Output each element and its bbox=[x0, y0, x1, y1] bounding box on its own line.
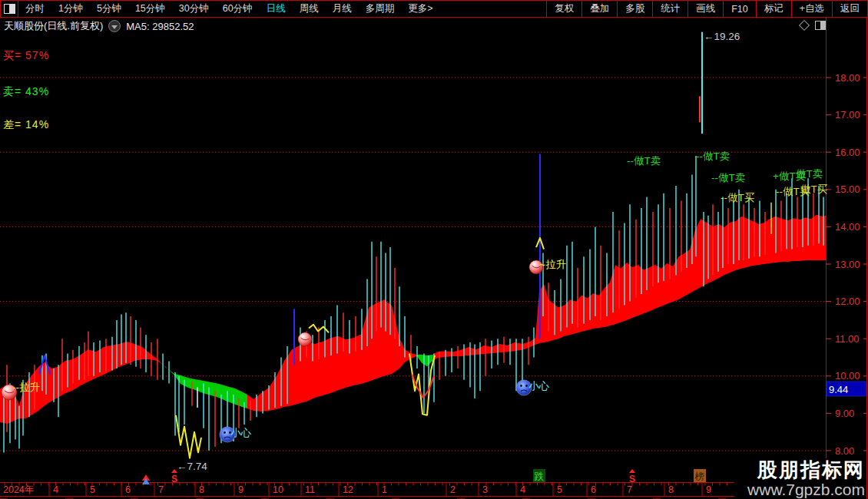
toolbar-button[interactable]: 标记 bbox=[756, 1, 791, 17]
chart-annotation: --做T卖 bbox=[711, 172, 745, 183]
sad-face-eye bbox=[224, 431, 226, 434]
chart-annotation: 做T卖 bbox=[796, 168, 823, 180]
price-label: 9.00 bbox=[835, 408, 854, 419]
period-tab[interactable]: 周线 bbox=[293, 2, 326, 15]
toolbar-button[interactable]: 统计 bbox=[652, 1, 687, 17]
month-label: 8 bbox=[668, 484, 674, 495]
watermark-site-name: 股朋指标网 bbox=[747, 460, 865, 480]
toolbar-right-buttons: 复权叠加多股统计画线F10标记+自选返回 bbox=[546, 1, 867, 17]
price-label: 8.00 bbox=[835, 445, 854, 457]
toolbar-button[interactable]: 多股 bbox=[617, 1, 652, 17]
month-label: 1 bbox=[382, 484, 387, 495]
period-tab[interactable]: 60分钟 bbox=[216, 2, 260, 15]
month-label: 4 bbox=[520, 484, 525, 495]
timeline-s-mark: S bbox=[629, 474, 635, 484]
price-label: 17.00 bbox=[835, 109, 860, 121]
chart-canvas[interactable]: 8.009.0010.0011.0012.0013.0014.0015.0016… bbox=[0, 17, 868, 499]
toolbar-button[interactable]: 叠加 bbox=[581, 1, 617, 17]
indicator-band bbox=[417, 355, 432, 366]
sad-face-eye bbox=[525, 385, 528, 387]
toolbar-button[interactable]: 返回 bbox=[832, 1, 867, 17]
timeline-badge-label: 跌 bbox=[535, 471, 545, 482]
price-label: 13.00 bbox=[835, 259, 860, 270]
period-tab[interactable]: 月线 bbox=[326, 2, 359, 15]
scribble-line bbox=[176, 415, 201, 458]
signal-percentage-label: 买= 57% bbox=[3, 49, 49, 63]
price-label: 10.00 bbox=[835, 370, 860, 382]
price-label: 15.00 bbox=[835, 183, 860, 195]
period-tab[interactable]: 30分钟 bbox=[172, 2, 216, 15]
period-tab[interactable]: 多周期 bbox=[359, 2, 402, 15]
month-label: 5 bbox=[557, 484, 562, 495]
indicator-band bbox=[165, 366, 247, 408]
toolbar: 分时1分钟5分钟15分钟30分钟60分钟日线周线月线多周期更多> 复权叠加多股统… bbox=[0, 0, 868, 18]
stock-title: 天顺股份(日线.前复权) bbox=[4, 19, 103, 33]
period-tab[interactable]: 分时 bbox=[18, 2, 51, 15]
indicator-band bbox=[247, 299, 417, 411]
month-label: 9 bbox=[706, 484, 711, 495]
month-label: 2 bbox=[450, 484, 456, 495]
toolbar-button[interactable]: F10 bbox=[723, 1, 756, 17]
timeline-s-mark: S bbox=[171, 474, 177, 484]
period-tab[interactable]: 更多> bbox=[401, 2, 439, 15]
signal-percentage-label: 卖= 43% bbox=[3, 85, 49, 99]
indicator-collapse-button[interactable] bbox=[108, 20, 121, 32]
month-label: 6 bbox=[591, 484, 596, 495]
pull-up-ball-icon bbox=[298, 332, 312, 346]
watermark-url: www.7gpzb.com bbox=[747, 481, 865, 497]
period-tab[interactable]: 5分钟 bbox=[90, 2, 128, 15]
diamond-icon[interactable] bbox=[799, 20, 810, 31]
chart-annotation: ←19.26 bbox=[704, 31, 740, 42]
pane-icon[interactable] bbox=[815, 21, 826, 30]
period-tabs: 分时1分钟5分钟15分钟30分钟60分钟日线周线月线多周期更多> bbox=[18, 1, 439, 17]
chevron-down-icon bbox=[111, 25, 118, 29]
chart-title-row: 天顺股份(日线.前复权) MA5: 29852.52 bbox=[4, 19, 194, 33]
indicator-band bbox=[432, 215, 826, 361]
chart-annotation: --拉升 bbox=[12, 382, 40, 393]
trading-app-window: 分时1分钟5分钟15分钟30分钟60分钟日线周线月线多周期更多> 复权叠加多股统… bbox=[0, 0, 868, 499]
month-label: 6 bbox=[125, 484, 131, 495]
price-label: 12.00 bbox=[835, 296, 860, 307]
month-label: 11 bbox=[305, 484, 315, 495]
month-label: 9 bbox=[238, 484, 244, 495]
chart-annotation: ←7.74 bbox=[177, 461, 207, 472]
period-tab[interactable]: 1分钟 bbox=[51, 2, 90, 15]
month-label: 7 bbox=[627, 484, 632, 495]
timeline-s-mark bbox=[629, 469, 635, 473]
title-row-icons bbox=[800, 21, 826, 30]
period-tab[interactable]: 日线 bbox=[260, 2, 293, 15]
price-label: 18.00 bbox=[835, 72, 860, 84]
month-label: 8 bbox=[199, 484, 204, 495]
toolbar-button[interactable]: +自选 bbox=[791, 1, 832, 17]
period-tab[interactable]: 15分钟 bbox=[128, 2, 172, 15]
price-label: 11.00 bbox=[835, 333, 860, 345]
month-label: 12 bbox=[343, 484, 353, 495]
split-pane-icon bbox=[4, 4, 15, 14]
price-label: 14.00 bbox=[835, 221, 860, 233]
month-label: 3 bbox=[482, 484, 488, 495]
year-label: 2024年 bbox=[3, 484, 34, 495]
sad-face-eye bbox=[520, 385, 522, 387]
timeline-badge-label: 榜 bbox=[694, 471, 705, 482]
month-label: 7 bbox=[158, 484, 164, 495]
chart-annotation: --做T买 bbox=[721, 192, 755, 203]
toolbar-button[interactable]: 复权 bbox=[546, 1, 581, 17]
month-label: 10 bbox=[273, 484, 283, 495]
price-label: 16.00 bbox=[835, 147, 860, 158]
chart-annotation: 小心 bbox=[528, 380, 550, 392]
signal-percentage-label: 差= 14% bbox=[3, 118, 49, 132]
chart-annotation: ~拉升 bbox=[539, 259, 566, 270]
chart-annotation: --做T卖 bbox=[696, 150, 730, 162]
chart-annotation: --做T卖 bbox=[627, 155, 661, 167]
watermark: 股朋指标网 www.7gpzb.com bbox=[734, 458, 866, 499]
month-label: 5 bbox=[90, 484, 95, 495]
window-split-button[interactable] bbox=[1, 1, 18, 17]
month-label: 4 bbox=[53, 484, 58, 495]
ma-value-label: MA5: 29852.52 bbox=[126, 21, 194, 32]
toolbar-button[interactable]: 画线 bbox=[687, 1, 723, 17]
chart-annotation: 小心 bbox=[230, 427, 252, 438]
chart-annotation: 做T买 bbox=[800, 183, 828, 195]
last-price-value: 9.44 bbox=[829, 384, 848, 395]
